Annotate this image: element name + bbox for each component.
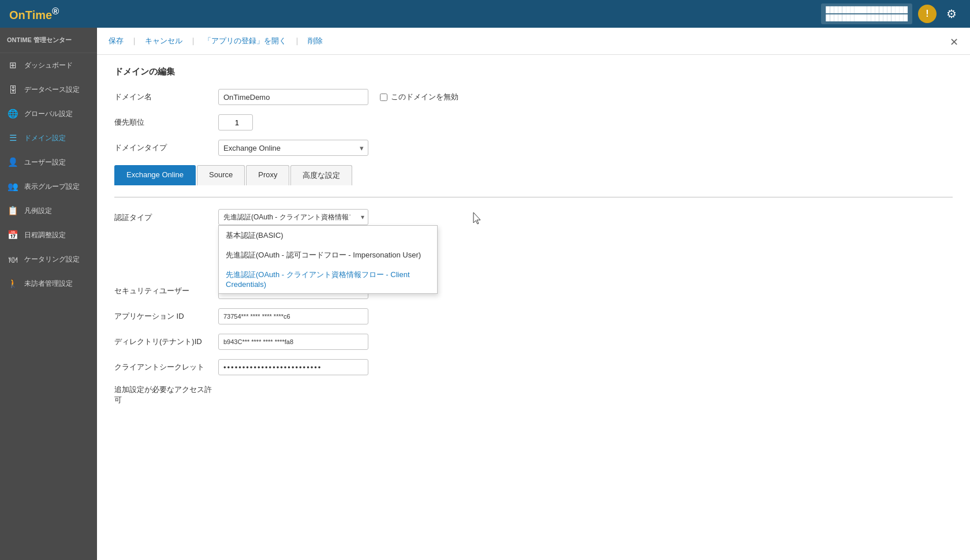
- separator-3: ｜: [293, 36, 301, 46]
- open-app-registration-button[interactable]: 「アプリの登録」を開く: [197, 36, 293, 46]
- domain-name-row: ドメイン名 このドメインを無効: [114, 89, 953, 105]
- sidebar-item-catering[interactable]: 🍽 ケータリング設定: [0, 247, 97, 271]
- logo: OnTime®: [9, 6, 59, 22]
- auth-type-selected-text: 先進認証(OAuth - クライアント資格情報フロー - ...: [223, 212, 350, 222]
- separator-2: ｜: [189, 36, 197, 46]
- auth-option-oauth-client[interactable]: 先進認証(OAuth - クライアント資格情報フロー - Client Cred…: [219, 265, 437, 293]
- topbar-right: ████████████████████ ███████████████████…: [821, 3, 961, 24]
- close-button[interactable]: ✕: [950, 36, 958, 48]
- access-row: 追加設定が必要なアクセス許可: [114, 384, 953, 405]
- separator-1: ｜: [130, 36, 138, 46]
- main-layout: ONTIME 管理センター ⊞ ダッシュボード 🗄 データベース設定 🌐 グロー…: [0, 28, 970, 560]
- settings-icon[interactable]: ⚙: [942, 5, 961, 23]
- sidebar-item-schedule[interactable]: 📅 日程調整設定: [0, 223, 97, 247]
- sidebar-item-label: ケータリング設定: [24, 255, 80, 264]
- domain-type-select[interactable]: Exchange Online: [218, 140, 368, 156]
- tab-exchange-online[interactable]: Exchange Online: [114, 165, 196, 185]
- sidebar-title: ONTIME 管理センター: [0, 28, 97, 53]
- tabs: Exchange Online Source Proxy 高度な設定: [114, 165, 953, 185]
- priority-input[interactable]: [218, 114, 253, 130]
- global-icon: 🌐: [7, 108, 18, 120]
- sidebar-item-domain[interactable]: ☰ ドメイン設定: [0, 126, 97, 150]
- svg-marker-0: [473, 212, 480, 224]
- client-secret-input[interactable]: [218, 359, 368, 375]
- page-title: ドメインの編集: [114, 66, 953, 77]
- auth-type-dropdown-container: 先進認証(OAuth - クライアント資格情報フロー - ... 基本認証(BA…: [218, 209, 368, 225]
- tab-proxy[interactable]: Proxy: [246, 165, 289, 185]
- notification-icon[interactable]: !: [918, 5, 937, 23]
- app-id-input[interactable]: [218, 308, 368, 324]
- sidebar-item-legend[interactable]: 📋 凡例設定: [0, 199, 97, 223]
- disable-domain-checkbox[interactable]: [380, 94, 387, 101]
- domain-type-label: ドメインタイプ: [114, 143, 218, 153]
- logo-text: OnTime: [9, 9, 52, 21]
- dashboard-icon: ⊞: [7, 59, 18, 71]
- directory-id-row: ディレクトリ(テナント)ID: [114, 334, 953, 350]
- security-user-label: セキュリティユーザー: [114, 286, 218, 296]
- visitor-icon: 🚶: [7, 278, 18, 289]
- save-button[interactable]: 保存: [109, 36, 130, 46]
- domain-name-label: ドメイン名: [114, 92, 218, 102]
- user-info: ████████████████████ ███████████████████…: [821, 3, 912, 24]
- catering-icon: 🍽: [7, 253, 18, 265]
- sidebar-item-label: ドメイン設定: [24, 133, 66, 143]
- domain-type-select-wrapper: Exchange Online: [218, 140, 368, 156]
- sidebar-item-label: グローバル設定: [24, 109, 73, 119]
- client-secret-label: クライアントシークレット: [114, 362, 218, 372]
- sidebar-item-label: ダッシュボード: [24, 61, 73, 70]
- sidebar-item-label: 日程調整設定: [24, 230, 66, 240]
- sidebar-item-label: 未訪者管理設定: [24, 279, 73, 289]
- display-group-icon: 👥: [7, 181, 18, 192]
- disable-domain-text: このドメインを無効: [391, 92, 458, 102]
- user-icon: 👤: [7, 156, 18, 168]
- delete-button[interactable]: 削除: [301, 36, 330, 46]
- disable-domain-label[interactable]: このドメインを無効: [380, 92, 458, 102]
- page-content: ドメインの編集 ドメイン名 このドメインを無効 優先順位 ドメインタイプ: [97, 55, 970, 426]
- access-label: 追加設定が必要なアクセス許可: [114, 384, 218, 405]
- schedule-icon: 📅: [7, 229, 18, 241]
- domain-icon: ☰: [7, 132, 18, 144]
- auth-type-row: 認証タイプ 先進認証(OAuth - クライアント資格情報フロー - ... 基…: [114, 209, 953, 225]
- tab-border: [114, 197, 953, 197]
- database-icon: 🗄: [7, 84, 18, 95]
- auth-type-label: 認証タイプ: [114, 209, 218, 223]
- logo-tm: ®: [52, 6, 59, 17]
- domain-type-row: ドメインタイプ Exchange Online: [114, 140, 953, 156]
- legend-icon: 📋: [7, 205, 18, 216]
- tab-source[interactable]: Source: [197, 165, 245, 185]
- sidebar-item-label: ユーザー設定: [24, 158, 66, 167]
- directory-id-label: ディレクトリ(テナント)ID: [114, 337, 218, 347]
- priority-label: 優先順位: [114, 117, 218, 128]
- sidebar-item-label: 凡例設定: [24, 206, 52, 216]
- tab-advanced[interactable]: 高度な設定: [290, 165, 352, 185]
- mouse-cursor: [472, 211, 482, 225]
- content-area: 保存 ｜ キャンセル ｜ 「アプリの登録」を開く ｜ 削除 ✕ ドメインの編集 …: [97, 28, 970, 560]
- sidebar-item-display-group[interactable]: 👥 表示グループ設定: [0, 174, 97, 199]
- sidebar-item-label: データベース設定: [24, 85, 80, 95]
- domain-name-input[interactable]: [218, 89, 368, 105]
- sidebar-item-user[interactable]: 👤 ユーザー設定: [0, 150, 97, 174]
- directory-id-input[interactable]: [218, 334, 368, 350]
- app-id-row: アプリケーション ID: [114, 308, 953, 324]
- topbar: OnTime® ████████████████████ ███████████…: [0, 0, 970, 28]
- app-id-label: アプリケーション ID: [114, 311, 218, 322]
- toolbar: 保存 ｜ キャンセル ｜ 「アプリの登録」を開く ｜ 削除 ✕: [97, 28, 970, 55]
- sidebar-item-database[interactable]: 🗄 データベース設定: [0, 77, 97, 102]
- auth-type-selected[interactable]: 先進認証(OAuth - クライアント資格情報フロー - ...: [218, 209, 368, 225]
- auth-option-basic[interactable]: 基本認証(BASIC): [219, 226, 437, 245]
- auth-option-oauth-impersonation[interactable]: 先進認証(OAuth - 認可コードフロー - Impersonation Us…: [219, 245, 437, 265]
- priority-row: 優先順位: [114, 114, 953, 130]
- client-secret-row: クライアントシークレット: [114, 359, 953, 375]
- sidebar-item-global[interactable]: 🌐 グローバル設定: [0, 102, 97, 126]
- cancel-button[interactable]: キャンセル: [138, 36, 189, 46]
- sidebar: ONTIME 管理センター ⊞ ダッシュボード 🗄 データベース設定 🌐 グロー…: [0, 28, 97, 560]
- sidebar-item-label: 表示グループ設定: [24, 182, 80, 192]
- sidebar-item-visitor[interactable]: 🚶 未訪者管理設定: [0, 271, 97, 296]
- auth-type-dropdown-menu: 基本認証(BASIC) 先進認証(OAuth - 認可コードフロー - Impe…: [218, 225, 438, 294]
- sidebar-item-dashboard[interactable]: ⊞ ダッシュボード: [0, 53, 97, 77]
